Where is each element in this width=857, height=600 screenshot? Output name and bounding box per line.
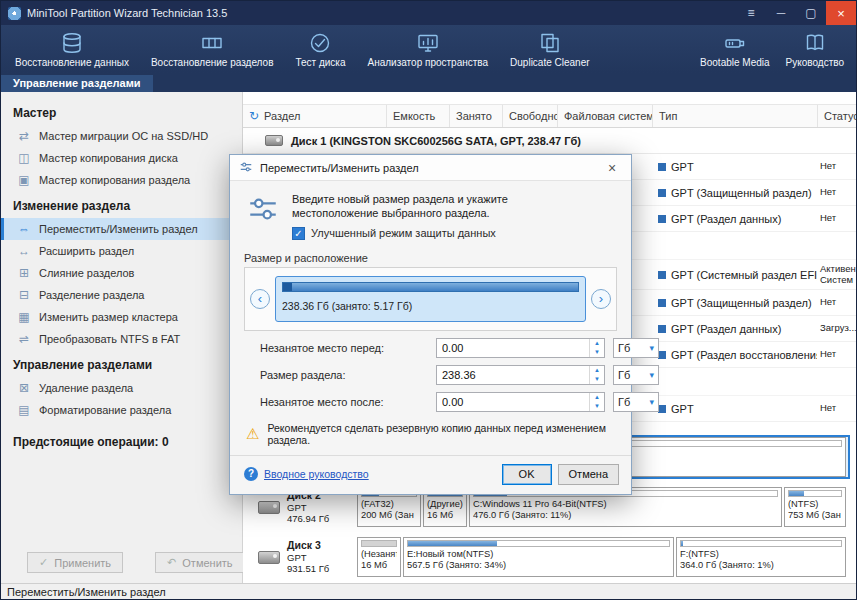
chevron-down-icon: ▾ (649, 397, 654, 407)
partition-size-slider[interactable]: 238.36 Гб (занято: 5.17 Гб) (275, 276, 586, 322)
check-icon: ✓ (39, 556, 48, 569)
column-header-free[interactable]: Свободно (502, 105, 557, 127)
spinner[interactable]: ▲ ▼ (589, 366, 604, 384)
sliders-icon (239, 160, 253, 176)
diskmap-disk-3[interactable]: Диск 3 GPT 931.51 Гб (Незанятый) 16 Мб E… (251, 535, 850, 579)
move-resize-dialog: Переместить/Изменить раздел × Введите но… (229, 154, 632, 495)
sidebar-item-split[interactable]: ⊟ Разделение раздела (1, 284, 242, 306)
delete-partition-icon: ⊠ (17, 381, 31, 395)
checkbox-checked-icon: ✓ (292, 227, 305, 240)
type-cell: GPT (652, 396, 817, 421)
sidebar-item-cluster-size[interactable]: ▦ Изменить размер кластера (1, 306, 242, 328)
slider-bar[interactable] (282, 282, 579, 292)
sidebar-item-merge[interactable]: ⊞ Слияние разделов (1, 262, 242, 284)
disk1-group-row[interactable]: Диск 1 (KINGSTON SKC600256G SATA, GPT, 2… (243, 128, 857, 154)
disk-size: 931.51 Гб (287, 563, 329, 574)
partition-block-unallocated[interactable]: (Незанятый) 16 Мб (357, 537, 401, 577)
status-cell: Нет (817, 154, 857, 179)
unit-select[interactable]: Гб ▾ (613, 338, 659, 358)
toolbar-item-label: Руководство (786, 57, 844, 68)
sidebar-item-label: Мастер копирования диска (39, 152, 178, 164)
refresh-icon[interactable]: ↻ (249, 109, 259, 123)
disk-name: Диск 3 (287, 539, 329, 552)
toolbar-item-label: Анализатор пространства (368, 57, 489, 68)
column-header-filesystem[interactable]: Файловая система (557, 105, 652, 127)
partition-size-input[interactable]: ▲ ▼ (436, 365, 605, 385)
type-cell: GPT (Раздел данных) (652, 206, 817, 231)
column-header-status[interactable]: Статус (817, 105, 857, 127)
partition-block-e[interactable]: E:Новый том(NTFS) 567.5 Гб (Занято: 34%) (403, 537, 674, 577)
sidebar-item-convert-ntfs-fat[interactable]: ⇌ Преобразовать NTFS в FAT (1, 328, 242, 350)
sidebar-item-label: Преобразовать NTFS в FAT (39, 333, 180, 345)
split-partition-icon: ⊟ (17, 288, 31, 302)
sidebar-action-buttons: ✓ Применить ↶ Отменить (27, 552, 245, 573)
unit-select[interactable]: Гб ▾ (613, 365, 659, 385)
help-icon[interactable]: ? (244, 467, 258, 481)
slider-right-arrow[interactable]: › (591, 289, 611, 309)
field-label-partition-size: Размер раздела: (260, 369, 428, 381)
partition-size-value[interactable] (437, 366, 589, 384)
unit-select[interactable]: Гб ▾ (613, 392, 659, 412)
unallocated-before-value[interactable] (437, 339, 589, 357)
warning-text: Рекомендуется сделать резервную копию да… (267, 422, 617, 446)
maximize-icon[interactable]: ▢ (796, 1, 826, 25)
apply-button[interactable]: ✓ Применить (27, 552, 123, 573)
intro-guide-link[interactable]: Вводное руководство (264, 468, 369, 480)
column-header-type[interactable]: Тип (652, 105, 817, 127)
merge-partitions-icon: ⊞ (17, 266, 31, 280)
chevron-down-icon: ▾ (649, 370, 654, 380)
type-cell: GPT (Раздел восстановления) (652, 342, 817, 367)
partition-color-icon (658, 405, 666, 413)
spinner[interactable]: ▲ ▼ (589, 393, 604, 411)
unallocated-after-input[interactable]: ▲ ▼ (436, 392, 605, 412)
spin-down-icon[interactable]: ▼ (590, 402, 604, 411)
sidebar-item-move-resize[interactable]: ⇔ Переместить/Изменить раздел (1, 218, 242, 240)
warning-icon: ⚠ (246, 425, 259, 443)
spin-up-icon[interactable]: ▲ (590, 393, 604, 402)
spin-down-icon[interactable]: ▼ (590, 348, 604, 357)
ok-button[interactable]: OK (502, 464, 552, 485)
disk1-group-label: Диск 1 (KINGSTON SKC600256G SATA, GPT, 2… (291, 135, 581, 147)
spin-up-icon[interactable]: ▲ (590, 339, 604, 348)
toolbar-item-data-recovery[interactable]: Восстановление данных (15, 31, 129, 68)
spin-up-icon[interactable]: ▲ (590, 366, 604, 375)
spin-down-icon[interactable]: ▼ (590, 375, 604, 384)
spinner[interactable]: ▲ ▼ (589, 339, 604, 357)
partition-block-ntfs-small[interactable]: (NTFS) 753 Мб (Зан (784, 487, 846, 527)
close-icon[interactable]: × (826, 1, 856, 25)
partition-color-icon (658, 271, 666, 279)
toolbar-item-bootable-media[interactable]: Bootable Media (700, 31, 770, 68)
undo-button[interactable]: ↶ Отменить (155, 552, 244, 573)
column-header-used[interactable]: Занято (449, 105, 502, 127)
cancel-button[interactable]: Отмена (558, 464, 619, 485)
data-protection-checkbox[interactable]: ✓ Улучшенный режим защиты данных (292, 227, 592, 240)
toolbar-item-duplicate-cleaner[interactable]: Duplicate Cleaner (510, 31, 590, 68)
toolbar-item-guide[interactable]: Руководство (786, 31, 844, 68)
slider-left-arrow[interactable]: ‹ (250, 289, 270, 309)
pending-operations: Предстоящие операции: 0 (1, 421, 242, 454)
toolbar-item-disk-test[interactable]: Тест диска (295, 31, 345, 68)
partition-block-f[interactable]: F:(NTFS) 364.0 Гб (Занято: 1%) (676, 537, 846, 577)
sidebar-item-migrate-os[interactable]: ⇄ Мастер миграции ОС на SSD/HD (1, 125, 242, 147)
data-recovery-icon (60, 31, 84, 55)
undo-button-label: Отменить (182, 557, 232, 569)
unallocated-before-input[interactable]: ▲ ▼ (436, 338, 605, 358)
unallocated-after-value[interactable] (437, 393, 589, 411)
dialog-close-icon[interactable]: × (602, 160, 622, 176)
sidebar-item-copy-partition[interactable]: ▣ Мастер копирования раздела (1, 169, 242, 191)
tab-partition-management[interactable]: Управление разделами (1, 75, 153, 92)
sidebar-item-format-partition[interactable]: ▤ Форматирование раздела (1, 399, 242, 421)
toolbar-item-space-analyzer[interactable]: Анализатор пространства (368, 31, 489, 68)
copy-partition-icon: ▣ (17, 173, 31, 187)
menu-icon[interactable]: ≡ (736, 1, 766, 25)
sidebar-item-copy-disk[interactable]: ◫ Мастер копирования диска (1, 147, 242, 169)
column-header-partition[interactable]: ↻ Раздел (243, 105, 386, 127)
minimize-icon[interactable]: ─ (766, 1, 796, 25)
disk3-label-block[interactable]: Диск 3 GPT 931.51 Гб (253, 537, 357, 577)
hdd-icon (265, 135, 283, 146)
toolbar-item-partition-recovery[interactable]: Восстановление разделов (151, 31, 274, 68)
sidebar-item-delete-partition[interactable]: ⊠ Удаление раздела (1, 377, 242, 399)
sidebar-item-extend[interactable]: ↔ Расширить раздел (1, 240, 242, 262)
column-header-capacity[interactable]: Емкость (386, 105, 449, 127)
dialog-titlebar: Переместить/Изменить раздел × (230, 155, 631, 181)
